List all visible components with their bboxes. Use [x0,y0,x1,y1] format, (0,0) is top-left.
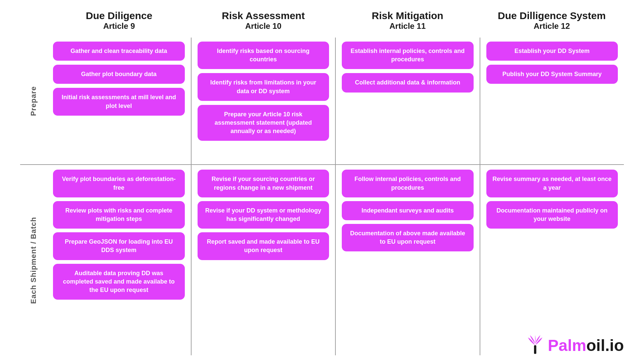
card: Revise summary as needed, at least once … [486,170,618,197]
card: Revise if your DD system or methdology h… [198,201,329,229]
col-subtitle-0: Article 9 [50,21,188,31]
col-title-0: Due Diligence [50,10,188,21]
col-subtitle-2: Article 11 [339,21,476,31]
card: Documentation maintained publicly on you… [486,201,618,229]
card: Documentation of above made available to… [342,224,474,251]
col-title-2: Risk Mitigation [339,10,476,21]
shipment-col-1: Revise if your sourcing countries or reg… [192,165,336,355]
logo-text: Palmoil.io [548,336,624,355]
card: Collect additional data & information [342,73,474,92]
card: Prepare GeoJSON for loading into EU DDS … [53,232,185,260]
shipment-col-2: Follow internal policies, controls and p… [336,165,480,355]
card: Publish your DD System Summary [486,65,618,84]
card: Report saved and made available to EU up… [198,232,329,260]
main-container: Due Diligence Article 9 Risk Assessment … [0,0,644,362]
prepare-col-1: Identify risks based on sourcing countri… [192,38,336,164]
card: Follow internal policies, controls and p… [342,170,474,197]
col-subtitle-1: Article 10 [195,21,332,31]
col-subtitle-3: Article 12 [483,21,621,31]
prepare-col-3: Establish your DD System Publish your DD… [480,38,624,164]
row-label-shipment: Each Shipment / Batch [29,217,38,304]
card: Establish internal policies, controls an… [342,42,474,69]
col-header-1: Risk Assessment Article 10 [191,10,335,31]
prepare-col-0: Gather and clean traceability data Gathe… [47,38,192,164]
col-header-2: Risk Mitigation Article 11 [335,10,480,31]
card: Identify risks based on sourcing countri… [198,42,329,69]
prepare-col-2: Establish internal policies, controls an… [336,38,480,164]
column-headers: Due Diligence Article 9 Risk Assessment … [20,10,624,31]
card: Review plots with risks and complete mit… [53,201,185,229]
card: Initial risk assessments at mill level a… [53,88,185,115]
card: Revise if your sourcing countries or reg… [198,170,329,197]
palm-icon [526,335,544,355]
col-header-0: Due Diligence Article 9 [47,10,191,31]
col-title-3: Due Dilligence System [483,10,621,21]
card: Auditable data proving DD was completed … [53,264,185,300]
card: Verify plot boundaries as deforestation-… [53,170,185,197]
card: Independant surveys and audits [342,201,474,220]
col-header-3: Due Dilligence System Article 12 [480,10,624,31]
row-label-prepare: Prepare [29,86,38,116]
card: Identify risks from limitations in your … [198,73,329,101]
card: Gather plot boundary data [53,65,185,84]
shipment-col-3: Revise summary as needed, at least once … [480,165,624,355]
card: Establish your DD System [486,42,618,61]
card: Gather and clean traceability data [53,42,185,61]
svg-rect-0 [534,345,536,354]
logo-area: Palmoil.io [526,335,624,355]
shipment-col-0: Verify plot boundaries as deforestation-… [47,165,192,355]
col-title-1: Risk Assessment [195,10,332,21]
card: Prepare your Article 10 risk assmessment… [198,105,329,141]
